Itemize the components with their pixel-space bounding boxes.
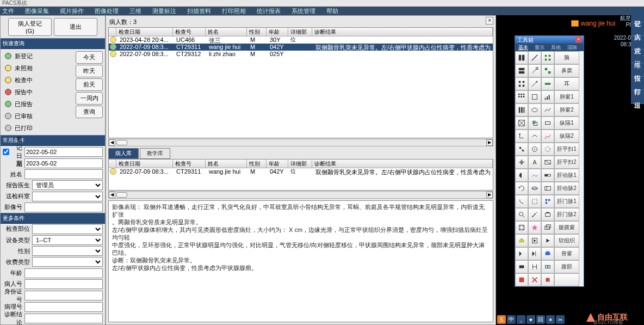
tool-icon[interactable] — [541, 221, 554, 234]
tool-icon[interactable] — [515, 143, 528, 156]
col-sex[interactable]: 性别 — [247, 160, 267, 168]
col-exam-date[interactable]: 检查日期 — [116, 28, 173, 36]
preset-liver-plain2[interactable]: 肝平扫2 — [554, 156, 579, 169]
menu-print[interactable]: 打印照相 — [222, 7, 246, 15]
preset-ear[interactable]: 耳 — [554, 77, 579, 90]
tab-teach-library[interactable]: 教学库 — [140, 148, 170, 159]
scroll-thumb[interactable] — [116, 140, 127, 145]
preset-liver-port2[interactable]: 肝门脉2 — [554, 208, 579, 221]
tool-icon[interactable] — [541, 103, 554, 116]
idcard-input[interactable] — [24, 291, 103, 301]
tray-ime-icon[interactable]: 中 — [507, 315, 516, 324]
palette-tab-other[interactable]: 其他 — [548, 44, 564, 51]
tool-icon[interactable] — [515, 77, 528, 90]
diag-input[interactable] — [24, 314, 103, 323]
tool-icon[interactable] — [541, 51, 554, 64]
preset-lung1[interactable]: 肺窗1 — [554, 90, 579, 103]
tool-icon[interactable] — [528, 208, 541, 221]
preset-med1[interactable]: 纵隔1 — [554, 116, 579, 130]
status-reporting[interactable]: 报告中 — [15, 88, 71, 96]
tool-icon[interactable] — [541, 208, 554, 221]
tool-icon[interactable] — [541, 234, 554, 247]
vtab-report[interactable]: 报告 — [631, 63, 644, 77]
preset-liver-plain1[interactable]: 肝平扫1 — [554, 143, 579, 156]
tool-icon[interactable] — [541, 260, 554, 273]
tool-icon[interactable] — [515, 195, 528, 208]
patient-register-button[interactable]: 病人登记(G) — [8, 18, 52, 36]
col-diag[interactable]: 诊断结果 — [312, 28, 493, 36]
col-sex[interactable]: 性别 — [247, 28, 267, 36]
menu-view[interactable]: 观片操作 — [60, 7, 84, 15]
menu-stats[interactable]: 统计报表 — [257, 7, 281, 15]
tool-icon[interactable] — [541, 273, 554, 286]
grid-hscroll[interactable]: ◀▶ — [108, 139, 493, 146]
col-age[interactable]: 年龄 — [267, 160, 288, 168]
yesterday-button[interactable]: 昨天 — [76, 65, 103, 77]
tool-icon[interactable] — [541, 90, 554, 103]
tool-icon[interactable] — [528, 221, 541, 234]
tool-icon[interactable] — [541, 182, 554, 195]
preset-med2[interactable]: 纵隔2 — [554, 130, 579, 143]
menu-3d[interactable]: 三维 — [129, 7, 141, 15]
tool-icon[interactable] — [515, 64, 528, 77]
preset-liver-art2[interactable]: 肝动脉2 — [554, 182, 579, 195]
tool-icon[interactable] — [528, 77, 541, 90]
scroll-left-icon[interactable]: ◀ — [109, 139, 115, 146]
menu-acquire[interactable]: 图像采集 — [25, 7, 49, 15]
col-exam-no[interactable]: 检查号 — [173, 160, 206, 168]
tool-icon[interactable] — [515, 182, 528, 195]
tray-icon[interactable]: S — [497, 315, 506, 324]
preset-lung2[interactable]: 肺窗2 — [554, 103, 579, 116]
menu-measure[interactable]: 测量标注 — [152, 7, 176, 15]
tool-icon[interactable] — [541, 169, 554, 182]
tab-patient-library[interactable]: 病人库 — [108, 148, 139, 159]
palette-tab-clear[interactable]: 清除 — [564, 44, 580, 51]
col-name[interactable]: 姓名 — [206, 160, 247, 168]
charge-select[interactable] — [32, 257, 103, 267]
status-reported[interactable]: 已报告 — [15, 100, 71, 108]
col-diag[interactable]: 诊断结果 — [312, 160, 493, 168]
patient-folder[interactable]: wang jie hui — [571, 20, 615, 27]
palette-close-button[interactable]: × — [575, 36, 581, 42]
tool-icon[interactable] — [515, 103, 528, 116]
tool-icon[interactable] — [541, 64, 554, 77]
week-button[interactable]: 一周内 — [76, 92, 103, 105]
scroll-right-icon[interactable]: ▶ — [486, 192, 493, 198]
status-new[interactable]: 新登记 — [15, 52, 71, 60]
preset-liver-port1[interactable]: 肝门脉1 — [554, 195, 579, 208]
exit-button[interactable]: 退出 — [54, 18, 97, 36]
palette-title-bar[interactable]: 工具箱 × — [515, 36, 584, 44]
col-age[interactable]: 年龄 — [267, 28, 288, 36]
reg-date-checkbox[interactable] — [3, 149, 9, 155]
tool-icon[interactable] — [528, 116, 541, 130]
preset-bone[interactable]: 骨窗 — [554, 247, 579, 260]
tray-icon[interactable]: , — [517, 315, 525, 324]
tool-icon[interactable] — [515, 116, 528, 130]
tray-icon[interactable]: ✶ — [546, 315, 555, 324]
menu-process[interactable]: 图像处理 — [95, 7, 119, 15]
tray-icon[interactable]: 回 — [536, 315, 545, 324]
preset-peritoneum[interactable]: 腹膜窗 — [554, 221, 579, 234]
vtab-register[interactable]: 登记 — [631, 9, 644, 22]
scroll-left-icon[interactable]: ◀ — [109, 192, 115, 198]
tool-icon[interactable] — [515, 273, 528, 286]
grid-row[interactable]: 2022-07-09 08:3...CT29311wang jie huiM04… — [109, 168, 493, 175]
tool-icon[interactable] — [515, 247, 528, 260]
grid-row[interactable]: 2023-04-28 20:4...UC466张三M30Y — [109, 36, 493, 44]
scroll-right-icon[interactable]: ▶ — [486, 139, 493, 146]
tool-icon[interactable] — [515, 234, 528, 247]
tool-icon[interactable] — [541, 247, 554, 260]
tool-icon[interactable] — [515, 130, 528, 143]
status-unphoto[interactable]: 未照相 — [15, 64, 71, 72]
preset-empty[interactable] — [554, 273, 579, 286]
tray-icon[interactable]: ✂ — [556, 315, 565, 324]
age-input[interactable] — [24, 268, 103, 278]
vtab-view[interactable]: 观片 — [631, 36, 644, 50]
tool-icon[interactable] — [528, 195, 541, 208]
palette-tab-basic[interactable]: 基本 — [515, 44, 531, 51]
daybefore-button[interactable]: 前天 — [76, 78, 103, 91]
tool-icon[interactable] — [515, 156, 528, 169]
name-input[interactable] — [24, 169, 103, 179]
tool-icon[interactable] — [515, 208, 528, 221]
col-exam-date[interactable]: 检查日期 — [116, 160, 173, 168]
